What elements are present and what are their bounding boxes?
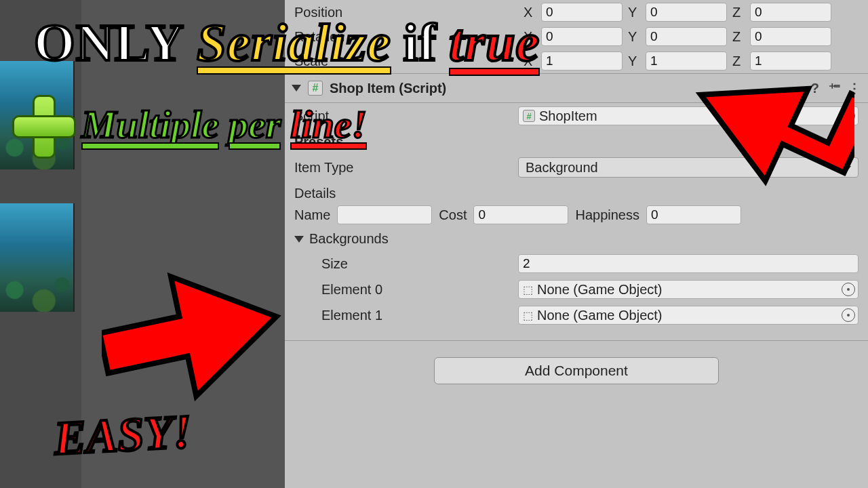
svg-marker-1	[102, 258, 289, 407]
scene-preview-column	[0, 0, 81, 488]
arrow-icon	[102, 258, 305, 407]
scene-thumbnail	[0, 203, 75, 312]
preset-icon[interactable]: ⁺⁼	[829, 80, 838, 96]
scale-y-input[interactable]	[646, 52, 727, 70]
rotation-label: Rotation	[294, 29, 518, 45]
inspector-panel: Position X Y Z Rotation X Y Z Scale X Y …	[285, 0, 868, 488]
details-row: Name Cost Happiness	[285, 203, 868, 227]
size-input[interactable]	[518, 254, 859, 273]
rotation-y-input[interactable]	[646, 27, 727, 46]
script-icon: #	[308, 81, 323, 96]
element1-value: None (Game Object)	[537, 308, 663, 323]
cost-label: Cost	[439, 207, 467, 223]
element0-label: Element 0	[294, 282, 518, 298]
transform-rotation-row: Rotation X Y Z	[285, 24, 868, 49]
rotation-z-input[interactable]	[750, 27, 831, 46]
foldout-icon[interactable]	[294, 236, 304, 243]
kebab-menu-icon[interactable]: ⋮	[848, 80, 861, 96]
backgrounds-element-row: Element 1 ⬚ None (Game Object)	[285, 302, 868, 328]
element0-object-field[interactable]: ⬚ None (Game Object)	[518, 280, 859, 299]
add-component-area: Add Component	[285, 340, 868, 401]
gameobject-icon: ⬚	[523, 283, 533, 296]
script-object-field[interactable]: # ShopItem	[518, 106, 859, 125]
object-picker-icon[interactable]	[842, 283, 855, 296]
backgrounds-label: Backgrounds	[309, 231, 389, 247]
transform-scale-row: Scale X Y Z	[285, 49, 868, 73]
gameobject-icon: ⬚	[523, 309, 533, 322]
subline-per: per	[229, 102, 281, 147]
scene-thumbnail	[0, 61, 75, 169]
backgrounds-foldout[interactable]: Backgrounds	[285, 227, 868, 251]
item-type-value: Background	[526, 160, 598, 176]
size-label: Size	[294, 256, 518, 272]
cost-input[interactable]	[473, 205, 568, 224]
presets-label: Presets	[294, 134, 518, 150]
position-y-input[interactable]	[646, 3, 727, 22]
component-header-shop-item[interactable]: # Shop Item (Script) ? ⁺⁼ ⋮	[285, 73, 868, 103]
backgrounds-size-row: Size	[285, 251, 868, 277]
script-value: ShopItem	[539, 108, 597, 124]
component-title: Shop Item (Script)	[330, 81, 446, 96]
help-icon[interactable]: ?	[811, 81, 819, 96]
item-type-dropdown[interactable]: Background	[518, 157, 859, 178]
rotation-x-input[interactable]	[541, 27, 623, 46]
script-label: Script	[294, 108, 518, 124]
details-header: Details	[285, 180, 868, 203]
name-label: Name	[294, 207, 330, 223]
item-type-row: Item Type Background	[285, 155, 868, 180]
object-picker-icon[interactable]	[842, 109, 855, 123]
position-label: Position	[294, 5, 518, 20]
axis-y-label: Y	[628, 5, 640, 20]
position-z-input[interactable]	[750, 3, 831, 22]
subline-multiple: Multiple	[81, 102, 219, 147]
happiness-input[interactable]	[646, 205, 741, 224]
happiness-label: Happiness	[575, 207, 639, 223]
axis-z-label: Z	[732, 5, 745, 20]
element0-value: None (Game Object)	[537, 282, 663, 298]
presets-row: Presets	[285, 129, 868, 155]
backgrounds-element-row: Element 0 ⬚ None (Game Object)	[285, 277, 868, 302]
script-icon: #	[523, 110, 535, 122]
item-type-label: Item Type	[294, 160, 518, 176]
object-picker-icon[interactable]	[842, 308, 855, 322]
position-x-input[interactable]	[541, 3, 623, 22]
foldout-icon[interactable]	[292, 85, 301, 92]
name-input[interactable]	[337, 205, 432, 224]
scale-x-input[interactable]	[541, 52, 623, 70]
transform-position-row: Position X Y Z	[285, 0, 868, 24]
scale-z-input[interactable]	[750, 52, 831, 70]
axis-x-label: X	[524, 5, 536, 20]
add-component-button[interactable]: Add Component	[434, 357, 719, 384]
script-row: Script # ShopItem	[285, 103, 868, 129]
element1-label: Element 1	[294, 308, 518, 323]
scale-label: Scale	[294, 54, 518, 69]
element1-object-field[interactable]: ⬚ None (Game Object)	[518, 306, 859, 325]
